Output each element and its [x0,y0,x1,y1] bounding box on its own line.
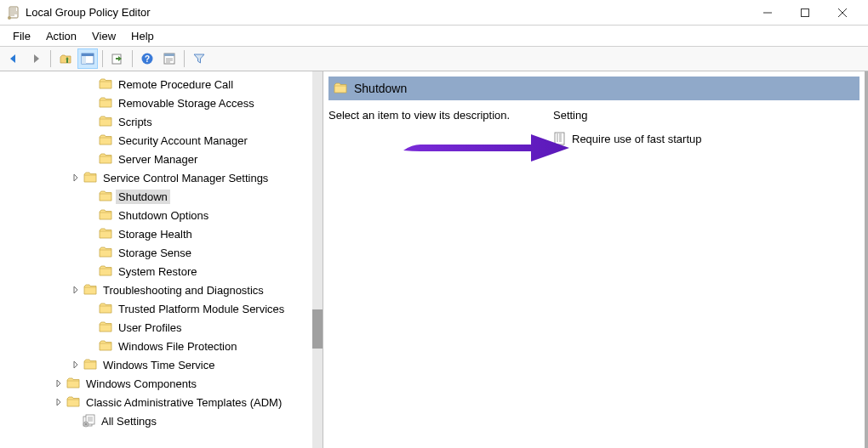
tree-item[interactable]: All Settings [0,411,323,430]
expand-spacer [85,321,97,333]
tree-item[interactable]: User Profiles [0,318,323,337]
tree-item[interactable]: Trusted Platform Module Services [0,299,323,318]
tree-label: All Settings [99,414,159,428]
tree-label: Windows Components [83,377,199,391]
tree-pane: Remote Procedure CallRemovable Storage A… [0,71,323,448]
menu-action[interactable]: Action [38,27,84,45]
tree-scrollbar[interactable] [312,71,323,448]
folder-icon [334,82,347,95]
expand-icon[interactable] [53,396,65,408]
expand-spacer [85,116,97,128]
tree-item[interactable]: Remote Procedure Call [0,75,323,94]
folder-icon [99,302,112,315]
expand-spacer [85,247,97,258]
maximize-button[interactable] [786,1,824,25]
tree-label: System Restore [116,264,199,279]
toolbar-separator [132,50,133,67]
menu-help[interactable]: Help [123,27,162,45]
folder-icon [66,377,80,390]
filter-button[interactable] [189,48,209,69]
setting-label: Require use of fast startup [572,133,701,145]
close-button[interactable] [824,1,861,25]
expand-spacer [85,209,97,221]
expand-spacer [85,340,97,352]
menu-view[interactable]: View [84,27,123,45]
expand-spacer [85,190,97,202]
folder-icon [99,96,112,110]
tree-item[interactable]: Storage Health [0,224,323,243]
svg-point-1 [8,16,11,20]
tree-item[interactable]: System Restore [0,262,323,281]
up-button[interactable] [55,48,76,69]
svg-rect-10 [164,54,174,56]
tree-item[interactable]: Scripts [0,112,323,131]
tree-label: Classic Administrative Templates (ADM) [83,395,284,410]
folder-icon [83,283,97,297]
settings-icon [82,414,95,428]
help-button[interactable]: ? [137,48,157,69]
tree-item[interactable]: Security Account Manager [0,131,323,150]
tree-item[interactable]: Windows File Protection [0,337,323,355]
properties-button[interactable] [159,48,180,69]
folder-icon [99,152,112,166]
tree-label: Removable Storage Access [116,96,257,111]
folder-icon [99,320,112,334]
settings-column: Setting Require use of fast startup [553,109,865,448]
folder-icon [99,208,112,222]
expand-icon[interactable] [70,284,82,296]
toolbar-separator [50,50,51,67]
app-icon [7,6,20,20]
tree-item[interactable]: Server Manager [0,150,323,168]
tree-item[interactable]: Windows Time Service [0,355,323,374]
expand-spacer [85,303,97,315]
description-column: Select an item to view its description. [328,109,553,448]
show-tree-button[interactable] [77,48,98,69]
menu-file[interactable]: File [5,27,38,45]
tree-item[interactable]: Storage Sense [0,243,323,262]
tree-item[interactable]: Windows Components [0,374,323,393]
tree-label: Trusted Platform Module Services [116,302,287,316]
expand-icon[interactable] [53,377,65,389]
window-title: Local Group Policy Editor [26,6,749,19]
back-button[interactable] [3,48,24,69]
expand-icon[interactable] [70,359,82,371]
toolbar-separator [184,50,185,67]
export-button[interactable] [107,48,128,69]
forward-button[interactable] [26,48,46,69]
tree-item[interactable]: Shutdown [0,187,323,206]
folder-icon [66,395,80,409]
svg-text:?: ? [145,54,150,64]
setting-item[interactable]: Require use of fast startup [553,130,865,147]
expand-spacer [68,415,80,427]
expand-spacer [85,265,97,277]
scrollbar-thumb[interactable] [312,309,323,349]
tree-label: Security Account Manager [116,133,250,148]
toolbar: ? [0,46,868,71]
details-title: Shutdown [354,82,407,95]
folder-icon [99,227,112,241]
setting-column-header[interactable]: Setting [553,109,865,122]
folder-icon [99,133,112,147]
tree-item[interactable]: Shutdown Options [0,206,323,224]
menubar: File Action View Help [0,26,868,46]
tree-item[interactable]: Removable Storage Access [0,94,323,112]
minimize-button[interactable] [749,1,786,25]
tree-item[interactable]: Troubleshooting and Diagnostics [0,281,323,299]
expand-icon[interactable] [70,172,82,184]
expand-spacer [85,153,97,165]
tree-label: Shutdown Options [116,208,211,223]
expand-spacer [85,78,97,90]
folder-icon [83,171,97,184]
tree-label: User Profiles [116,320,184,335]
details-header: Shutdown [328,77,859,100]
tree-item[interactable]: Classic Administrative Templates (ADM) [0,393,323,411]
folder-icon [99,190,112,203]
tree-label: Shutdown [116,190,170,204]
tree-item[interactable]: Service Control Manager Settings [0,168,323,187]
tree-label: Windows Time Service [100,358,217,372]
expand-spacer [85,134,97,146]
policy-icon [553,132,567,145]
details-body: Select an item to view its description. … [323,100,865,448]
expand-spacer [85,97,97,109]
tree-label: Remote Procedure Call [116,77,236,92]
